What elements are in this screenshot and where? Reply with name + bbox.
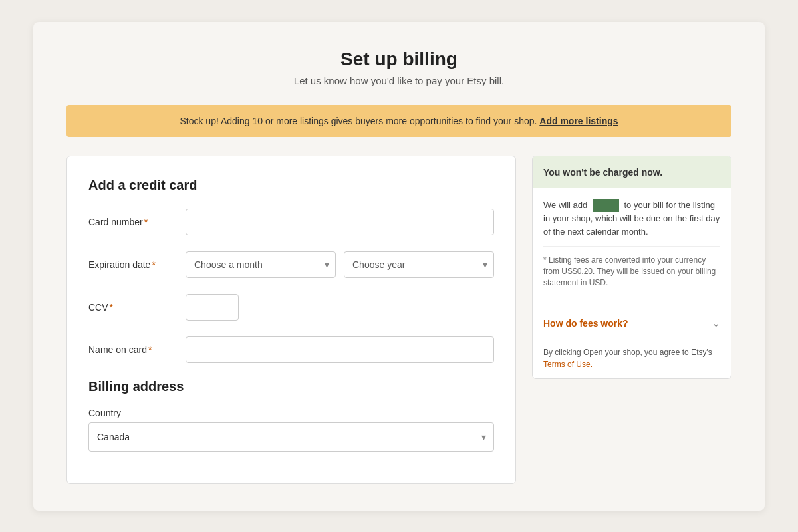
- billing-section-title: Billing address: [88, 379, 494, 394]
- terms-row: By clicking Open your shop, you agree to…: [533, 338, 731, 378]
- country-select-wrapper: Canada United States United Kingdom Aust…: [88, 422, 494, 452]
- page-title: Set up billing: [66, 49, 732, 70]
- credit-card-section-title: Add a credit card: [88, 178, 494, 193]
- listing-image-placeholder: [593, 199, 619, 212]
- sidebar-body: We will add to your bill for the listing…: [533, 188, 731, 307]
- name-label: Name on card*: [88, 344, 175, 355]
- banner-text: Stock up! Adding 10 or more listings giv…: [180, 116, 537, 126]
- fees-link-row[interactable]: How do fees work? ⌄: [533, 307, 731, 338]
- main-card: Add a credit card Card number* Expiratio…: [66, 156, 516, 484]
- fees-link[interactable]: How do fees work?: [543, 318, 628, 329]
- expiration-group: Expiration date* Choose a month January …: [88, 251, 494, 278]
- content-row: Add a credit card Card number* Expiratio…: [66, 156, 732, 484]
- year-select[interactable]: Choose year 2024 2025 2026 2027 2028 202…: [344, 251, 494, 278]
- banner: Stock up! Adding 10 or more listings giv…: [66, 105, 732, 137]
- name-input[interactable]: [186, 336, 494, 363]
- country-label: Country: [88, 408, 494, 418]
- country-group: Country Canada United States United King…: [88, 408, 494, 452]
- add-listings-link[interactable]: Add more listings: [539, 116, 618, 126]
- terms-link[interactable]: Terms of Use.: [543, 360, 593, 369]
- fee-note: * Listing fees are converted into your c…: [543, 246, 720, 288]
- page-subtitle: Let us know how you'd like to pay your E…: [66, 75, 732, 86]
- ccv-group: CCV*: [88, 294, 494, 321]
- card-number-group: Card number*: [88, 209, 494, 235]
- country-select[interactable]: Canada United States United Kingdom Aust…: [88, 422, 494, 452]
- card-number-label: Card number*: [88, 217, 175, 227]
- month-select-wrapper: Choose a month January February March Ap…: [186, 251, 336, 278]
- expiry-dropdowns: Choose a month January February March Ap…: [186, 251, 494, 278]
- year-select-wrapper: Choose year 2024 2025 2026 2027 2028 202…: [344, 251, 494, 278]
- sidebar-notice: You won't be charged now.: [533, 156, 731, 188]
- card-number-input[interactable]: [186, 209, 494, 235]
- ccv-input[interactable]: [186, 294, 239, 321]
- chevron-down-icon: ⌄: [712, 317, 720, 329]
- page-container: Set up billing Let us know how you'd lik…: [33, 22, 765, 511]
- sidebar-card: You won't be charged now. We will add to…: [532, 156, 732, 380]
- terms-text: By clicking Open your shop, you agree to…: [543, 348, 712, 357]
- expiration-label: Expiration date*: [88, 259, 175, 270]
- name-group: Name on card*: [88, 336, 494, 363]
- sidebar-body-text: We will add to your bill for the listing…: [543, 199, 720, 239]
- month-select[interactable]: Choose a month January February March Ap…: [186, 251, 336, 278]
- ccv-label: CCV*: [88, 302, 175, 313]
